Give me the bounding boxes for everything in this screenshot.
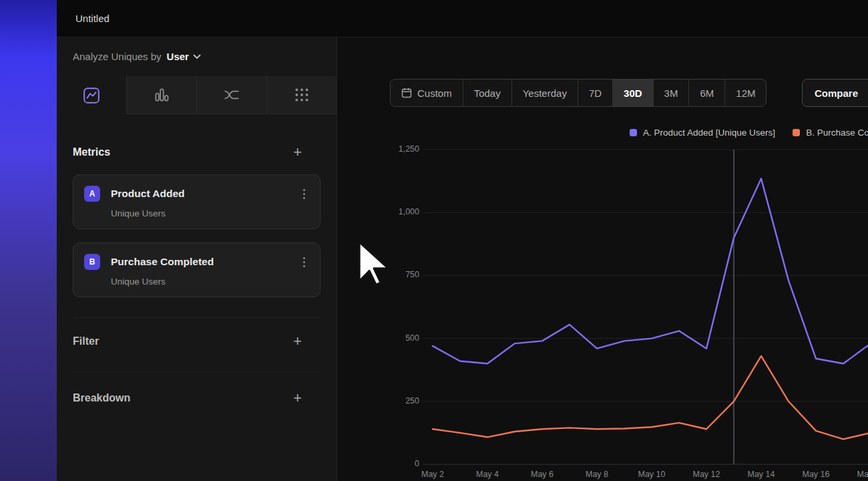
legend-swatch: [630, 129, 637, 136]
x-axis-tick: May 6: [522, 470, 562, 479]
y-axis-tick: 750: [378, 270, 419, 279]
y-axis-tick: 1,000: [378, 207, 419, 216]
tab-line-chart[interactable]: [57, 76, 126, 114]
chevron-down-icon: [193, 54, 201, 59]
tab-bar-chart[interactable]: [126, 76, 196, 114]
kebab-menu-icon[interactable]: [299, 186, 309, 202]
range-custom[interactable]: Custom: [391, 79, 463, 106]
range-yesterday[interactable]: Yesterday: [511, 79, 578, 106]
topbar: Untitled: [57, 0, 868, 37]
x-axis-tick: May 8: [577, 470, 617, 479]
add-metric-button[interactable]: +: [293, 146, 302, 158]
line-chart-icon: [83, 87, 100, 104]
legend-swatch: [793, 129, 800, 136]
x-axis-tick: May 16: [796, 470, 836, 479]
range-12m[interactable]: 12M: [724, 79, 766, 106]
chart-legend: A. Product Added [Unique Users]B. Purcha…: [630, 128, 868, 138]
range-6m[interactable]: 6M: [688, 79, 724, 106]
filter-header: Filter +: [73, 317, 320, 347]
x-axis-tick: May 10: [632, 470, 672, 479]
calendar-icon: [401, 88, 412, 98]
add-filter-button[interactable]: +: [293, 335, 302, 347]
breakdown-header: Breakdown +: [73, 371, 320, 404]
add-breakdown-button[interactable]: +: [293, 392, 302, 404]
x-axis-tick: May 2: [413, 470, 453, 479]
metric-subtitle: Unique Users: [111, 208, 309, 218]
range-label: 3M: [664, 88, 678, 99]
brand-gradient-rail: [0, 0, 57, 481]
range-label: 12M: [736, 88, 755, 99]
filter-title: Filter: [73, 335, 99, 347]
metric-name: Product Added: [111, 188, 299, 200]
range-label: 7D: [589, 88, 602, 99]
range-30d[interactable]: 30D: [612, 79, 653, 106]
range-3m[interactable]: 3M: [653, 79, 689, 106]
legend-label: A. Product Added [Unique Users]: [643, 128, 775, 138]
legend-item[interactable]: B. Purchase Completed [Unique Users]: [793, 128, 868, 138]
chart-panel: CustomTodayYesterday7D30D3M6M12M Compare…: [338, 37, 868, 481]
breakdown-title: Breakdown: [73, 392, 130, 404]
metrics-title: Metrics: [73, 146, 110, 158]
y-axis-tick: 500: [378, 333, 419, 343]
legend-label: B. Purchase Completed [Unique Users]: [806, 128, 868, 138]
range-label: 30D: [624, 88, 642, 99]
report-title[interactable]: Untitled: [75, 13, 110, 24]
range-label: Yesterday: [523, 88, 567, 99]
x-axis-tick: May 18: [851, 470, 868, 479]
metric-name: Purchase Completed: [111, 256, 299, 268]
metric-card-a[interactable]: A Product Added Unique Users: [73, 174, 320, 229]
range-label: 6M: [700, 88, 714, 99]
app-window: Untitled Analyze Uniques by User: [0, 0, 868, 481]
range-label: Today: [474, 88, 501, 99]
metrics-header: Metrics +: [73, 146, 320, 158]
sidebar: Analyze Uniques by User: [57, 37, 337, 481]
x-axis-tick: May 4: [467, 470, 507, 479]
compare-button[interactable]: Compare: [802, 79, 868, 107]
date-range-picker: CustomTodayYesterday7D30D3M6M12M: [390, 79, 767, 107]
grid-dots-icon: [293, 86, 310, 104]
flow-icon: [223, 86, 240, 104]
analyze-by-row: Analyze Uniques by User: [57, 37, 337, 75]
range-label: Custom: [417, 88, 452, 99]
range-7d[interactable]: 7D: [578, 79, 612, 106]
x-axis-tick: May 12: [686, 470, 726, 479]
metric-badge: A: [84, 186, 100, 202]
metric-badge: B: [84, 254, 100, 270]
y-axis-tick: 0: [378, 459, 419, 468]
tab-flows[interactable]: [196, 76, 266, 114]
analyze-by-label: Analyze Uniques by: [73, 51, 162, 62]
x-axis-tick: May 14: [741, 470, 781, 479]
tab-retention[interactable]: [266, 76, 337, 114]
sidebar-content: Metrics + A Product Added Unique Users B…: [57, 114, 337, 404]
chart-type-tabs: [57, 76, 337, 114]
metric-card-b[interactable]: B Purchase Completed Unique Users: [73, 243, 320, 297]
metric-subtitle: Unique Users: [111, 277, 309, 287]
legend-item[interactable]: A. Product Added [Unique Users]: [630, 128, 775, 138]
y-axis-tick: 250: [378, 396, 419, 406]
bar-chart-icon: [153, 86, 170, 104]
analyze-by-value: User: [167, 51, 189, 62]
analyze-by-select[interactable]: User: [167, 51, 201, 62]
kebab-menu-icon[interactable]: [299, 255, 309, 270]
y-axis-tick: 1,250: [378, 144, 419, 154]
range-today[interactable]: Today: [463, 79, 511, 106]
